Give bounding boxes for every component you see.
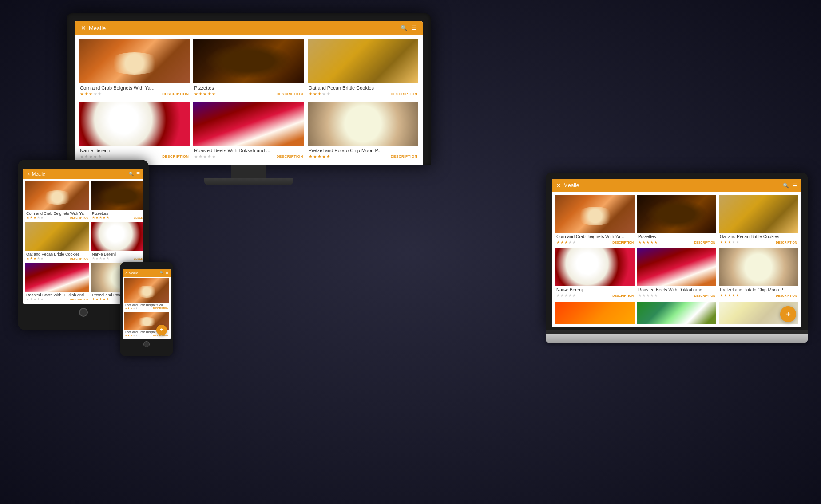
laptop-card-img-8 (637, 302, 716, 324)
monitor-card-footer-6: ★ ★ ★ ★ ★ DESCRIPTION (309, 154, 417, 159)
tablet-app-title: Mealie (32, 172, 45, 177)
monitor-card-info-5: Roasted Beets With Dukkah and ... ★ ★ ★ … (193, 146, 304, 161)
laptop-card-name-5: Roasted Beets With Dukkah and ... (638, 287, 715, 292)
phone-card-1[interactable]: Corn and Crab Beignets Wi... ★ ★ ★ ★ ★ D… (124, 278, 169, 311)
tablet-desc-4[interactable]: DESCRIPTION (134, 257, 143, 260)
phone-search-icon[interactable]: 🔍 (160, 271, 164, 275)
monitor-card-oat-pecan[interactable]: Oat and Pecan Brittle Cookies ★ ★ ★ ★ ★ … (308, 39, 418, 98)
monitor-desc-1[interactable]: DESCRIPTION (162, 92, 189, 96)
laptop-desc-3[interactable]: DESCRIPTION (776, 241, 797, 244)
laptop-card-5[interactable]: Roasted Beets With Dukkah and ... ★ ★ ★ … (637, 248, 716, 299)
monitor-desc-4[interactable]: DESCRIPTION (162, 154, 189, 158)
phone-bezel: ✕ Mealie 🔍 ☰ Corn and Crab Beignets Wi..… (120, 262, 173, 356)
tablet-img-2 (91, 181, 143, 210)
tablet-home-button[interactable] (79, 308, 88, 317)
tablet-card-2[interactable]: Pizzettes ★ ★ ★ ★ ★ DESCRIPTION (91, 181, 143, 220)
laptop-stars-3: ★ ★ ★ ★ ★ (720, 240, 739, 244)
tablet-desc-1[interactable]: DESCRIPTION (70, 217, 88, 219)
monitor-card-img-1 (79, 39, 190, 83)
laptop-desc-2[interactable]: DESCRIPTION (694, 241, 715, 244)
laptop-menu-icon[interactable]: ☰ (793, 183, 797, 189)
monitor-desc-6[interactable]: DESCRIPTION (391, 154, 417, 158)
phone-desc-1[interactable]: DESCRIPTION (153, 307, 168, 310)
phone-fab-button[interactable]: + (156, 325, 167, 335)
monitor-card-name-4: Nan-e Berenji (80, 148, 189, 153)
laptop-card-6[interactable]: Pretzel and Potato Chip Moon P... ★ ★ ★ … (719, 248, 798, 299)
star-5: ★ (98, 91, 102, 96)
monitor-card-footer-4: ★ ★ ★ ★ ★ DESCRIPTION (80, 154, 189, 159)
tablet-card-4[interactable]: Nan-e Berenji ★ ★ ★ ★ ★ DESCRIPTION (91, 222, 143, 261)
tablet-footer-1: ★ ★ ★ ★ ★ DESCRIPTION (26, 216, 88, 220)
monitor-app-header: ✕ Mealie 🔍 ☰ (75, 21, 423, 35)
laptop-bezel: ✕ Mealie 🔍 ☰ Corn and Crab Beignets Wit (546, 173, 808, 330)
tablet-card-5[interactable]: Roasted Beets With Dukkah and ... ★ ★ ★ … (25, 263, 89, 302)
monitor-desc-2[interactable]: DESCRIPTION (276, 92, 303, 96)
laptop-card-info-2: Pizzettes ★ ★ ★ ★ ★ DESCRIPTION (637, 233, 716, 246)
tablet-card-1[interactable]: Corn and Crab Beignets With Ya ★ ★ ★ ★ ★… (25, 181, 89, 220)
laptop-search-icon[interactable]: 🔍 (783, 183, 789, 189)
laptop-desc-4[interactable]: DESCRIPTION (612, 294, 634, 297)
tablet-footer-4: ★ ★ ★ ★ ★ DESCRIPTION (92, 256, 143, 260)
monitor-desc-3[interactable]: DESCRIPTION (391, 92, 417, 96)
tablet-menu-icon[interactable]: ☰ (136, 172, 140, 176)
laptop-desc-6[interactable]: DESCRIPTION (776, 294, 797, 297)
laptop-card-img-3 (719, 195, 798, 233)
tablet-name-3: Oat and Pecan Brittle Cookies (26, 252, 88, 256)
laptop-card-footer-3: ★ ★ ★ ★ ★ DESCRIPTION (720, 240, 797, 244)
monitor-card-nan-berenji[interactable]: Nan-e Berenji ★ ★ ★ ★ ★ DESCRIPTION (79, 102, 190, 161)
phone-logo-icon: ✕ (125, 271, 127, 275)
laptop-card-2[interactable]: Pizzettes ★ ★ ★ ★ ★ DESCRIPTION (637, 195, 716, 246)
laptop-card-1[interactable]: Corn and Crab Beignets With Ya... ★ ★ ★ … (555, 195, 635, 246)
laptop-device: ✕ Mealie 🔍 ☰ Corn and Crab Beignets Wit (546, 173, 808, 343)
laptop-stars-4: ★ ★ ★ ★ ★ (556, 293, 576, 298)
tablet-img-5 (25, 263, 89, 292)
laptop-card-footer-4: ★ ★ ★ ★ ★ DESCRIPTION (556, 293, 634, 298)
tablet-info-2: Pizzettes ★ ★ ★ ★ ★ DESCRIPTION (91, 210, 143, 220)
monitor-stars-2: ★ ★ ★ ★ ★ (194, 91, 216, 96)
monitor-stars-5: ★ ★ ★ ★ ★ (194, 154, 216, 159)
tablet-desc-2[interactable]: DESCRIPTION (134, 217, 143, 219)
tablet-search-icon[interactable]: 🔍 (129, 172, 134, 176)
tablet-info-5: Roasted Beets With Dukkah and ... ★ ★ ★ … (25, 292, 89, 302)
laptop-app-title: Mealie (563, 182, 579, 189)
laptop-card-4[interactable]: Nan-e Berenji ★ ★ ★ ★ ★ DESCRIPTION (555, 248, 635, 299)
phone-home-button[interactable] (143, 341, 150, 347)
laptop-header-left: ✕ Mealie (556, 182, 579, 189)
scene: ✕ Mealie 🔍 ☰ Corn and Crab Beignets Wit (0, 0, 821, 504)
phone-header-right: 🔍 ☰ (160, 271, 168, 275)
phone-menu-icon[interactable]: ☰ (166, 271, 168, 275)
monitor-card-pizzettes[interactable]: Pizzettes ★ ★ ★ ★ ★ DESCRIPTION (193, 39, 304, 98)
monitor-card-name-2: Pizzettes (194, 85, 303, 91)
tablet-header-left: ✕ Mealie (27, 172, 45, 177)
monitor-menu-icon[interactable]: ☰ (412, 25, 416, 32)
laptop-card-name-4: Nan-e Berenji (556, 287, 634, 292)
monitor-card-img-3 (308, 39, 418, 83)
laptop-desc-5[interactable]: DESCRIPTION (694, 294, 715, 297)
star-4: ★ (93, 91, 97, 96)
laptop-card-7[interactable] (555, 302, 635, 324)
monitor-search-icon[interactable]: 🔍 (401, 25, 407, 32)
laptop-desc-1[interactable]: DESCRIPTION (612, 241, 634, 244)
tablet-desc-5[interactable]: DESCRIPTION (70, 298, 88, 301)
tablet-name-5: Roasted Beets With Dukkah and ... (26, 293, 88, 297)
monitor-desc-5[interactable]: DESCRIPTION (276, 154, 303, 158)
laptop-card-name-2: Pizzettes (638, 234, 715, 239)
monitor-bezel: ✕ Mealie 🔍 ☰ Corn and Crab Beignets Wit (67, 13, 431, 165)
tablet-info-1: Corn and Crab Beignets With Ya ★ ★ ★ ★ ★… (25, 210, 89, 220)
monitor-card-info-3: Oat and Pecan Brittle Cookies ★ ★ ★ ★ ★ … (308, 83, 418, 98)
laptop-card-8[interactable] (637, 302, 716, 324)
laptop-card-img-6 (719, 248, 798, 286)
laptop-card-3[interactable]: Oat and Pecan Brittle Cookies ★ ★ ★ ★ ★ … (719, 195, 798, 246)
monitor-card-corn-crab[interactable]: Corn and Crab Beignets With Ya... ★ ★ ★ … (79, 39, 190, 98)
laptop-card-info-6: Pretzel and Potato Chip Moon P... ★ ★ ★ … (719, 286, 798, 299)
monitor-card-roasted-beets[interactable]: Roasted Beets With Dukkah and ... ★ ★ ★ … (193, 102, 304, 161)
tablet-card-3[interactable]: Oat and Pecan Brittle Cookies ★ ★ ★ ★ ★ … (25, 222, 89, 261)
monitor-card-pretzel[interactable]: Pretzel and Potato Chip Moon P... ★ ★ ★ … (308, 102, 418, 161)
monitor-screen: ✕ Mealie 🔍 ☰ Corn and Crab Beignets Wit (75, 21, 423, 165)
monitor-recipe-grid: Corn and Crab Beignets With Ya... ★ ★ ★ … (75, 35, 423, 165)
laptop-fab-button[interactable]: + (780, 306, 796, 322)
tablet-app-header: ✕ Mealie 🔍 ☰ (23, 169, 143, 179)
star-3: ★ (89, 91, 93, 96)
monitor-card-footer-1: ★ ★ ★ ★ ★ DESCRIPTION (80, 91, 189, 96)
tablet-desc-3[interactable]: DESCRIPTION (70, 257, 88, 260)
